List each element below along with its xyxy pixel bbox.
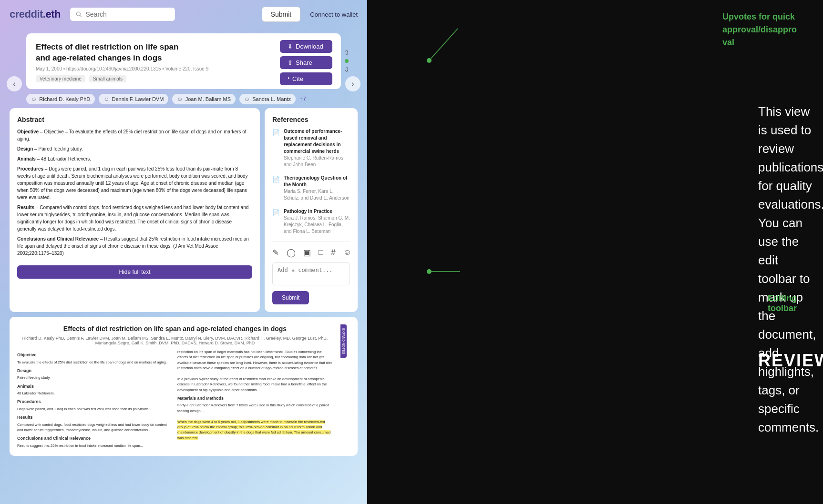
logo: creddit.eth [10,8,61,20]
paper-tag-small: Small animals [89,75,126,82]
author-chip-4[interactable]: ☺ Sandra L. Mantz [239,94,296,104]
description-text: This view is used to review publications… [758,102,813,437]
share-icon: ⇧ [288,59,293,66]
reference-icon-2: 📄 [272,175,280,202]
annotation-line-toolbar [367,0,823,504]
author-chip-3[interactable]: ☺ Joan M. Ballam MS [172,94,236,104]
right-panel: Upvotes for quick approval/disappro val … [367,0,823,504]
comment-input[interactable] [272,262,350,285]
more-authors[interactable]: +7 [299,96,306,102]
svg-line-2 [429,29,458,60]
paper-tag-vet: Veterinary medicine [36,75,85,82]
share-button[interactable]: ⇧ Share [280,56,332,69]
abstract-title: Abstract [17,116,252,123]
header: creddit.eth Submit Connect to wallet [0,0,367,29]
hide-full-text-button[interactable]: Hide full text [17,265,252,279]
annotation-upvotes: Upvotes for quick approval/disappro val [722,10,797,49]
preview-left-col: Objective To evaluate the effects of 25%… [17,349,173,448]
circle-tools-icon[interactable]: ◯ [287,248,296,258]
svg-point-5 [427,269,432,274]
abstract-results: Results – Compared with control dogs, fo… [17,204,252,232]
content-area: Abstract Objective – Objective – To eval… [10,108,358,312]
abstract-conclusions: Conclusions and Clinical Relevance – Res… [17,235,252,257]
reviewer-label: REVIEWER [758,351,813,371]
vote-arrows: ⇧ ⇩ [344,49,350,73]
person-icon[interactable]: ☺ [343,248,351,257]
references-title: References [272,116,350,123]
annotation-toolbar: Editing toolbar [768,293,797,313]
abstract-panel: Abstract Objective – Objective – To eval… [10,108,260,312]
author-icon-3: ☺ [177,96,183,102]
submit-header-button[interactable]: Submit [262,7,301,22]
reference-item-2[interactable]: 📄 Theriogenology Question of the Month M… [272,175,350,202]
reference-icon-3: 📄 [272,209,280,235]
edit-toolbar-embedded: ✎ ◯ ▣ □ # ☺ Submit [272,242,350,304]
speech-bubble-icon[interactable]: □ [319,248,323,257]
nav-prev-button[interactable]: ‹ [7,76,22,91]
nav-next-button[interactable]: › [345,76,360,91]
reference-icon-1: 📄 [272,129,280,168]
vote-dot [345,59,349,63]
abstract-objective: Objective – Objective – To evaluate the … [17,128,252,142]
authors-row: ☺ Richard D. Kealy PhD ☺ Dennis F. Lawle… [26,94,341,104]
preview-sidebar: EXPAND NOTES [337,324,350,448]
author-icon-4: ☺ [244,96,250,102]
hashtag-icon[interactable]: # [331,248,335,257]
abstract-design: Design – Paired feeding study. [17,145,252,152]
author-chip-1[interactable]: ☺ Richard D. Kealy PhD [26,94,95,104]
action-buttons: ⇓ Download ⇧ Share ❛ Cite [280,40,332,85]
preview-title: Effects of diet restriction on life span… [17,324,333,333]
reference-item-1[interactable]: 📄 Outcome of performance-based removal a… [272,128,350,168]
paper-preview: Effects of diet restriction on life span… [10,317,358,456]
vote-down-button[interactable]: ⇩ [344,66,350,73]
search-icon [76,11,82,18]
references-panel: References 📄 Outcome of performance-base… [265,108,358,312]
author-icon-1: ☺ [31,96,37,102]
connect-wallet-button[interactable]: Connect to wallet [310,11,358,18]
highlight-yellow: When the dogs were 4 to 5 years old, 3 a… [177,420,330,440]
svg-point-3 [427,58,432,63]
expand-notes-tab[interactable]: EXPAND NOTES [340,324,347,358]
cite-icon: ❛ [288,75,289,82]
pencil-icon[interactable]: ✎ [272,248,279,258]
comment-submit-button[interactable]: Submit [272,291,309,304]
paper-title: Effects of diet restriction on life span… [36,42,188,64]
vote-up-button[interactable]: ⇧ [344,49,350,56]
download-button[interactable]: ⇓ Download [280,40,332,53]
abstract-procedures: Procedures – Dogs were paired, and 1 dog… [17,165,252,201]
svg-line-1 [80,15,81,17]
preview-authors: Richard D. Kealy PhD, Dennis F. Lawler D… [17,336,333,345]
monitor-icon[interactable]: ▣ [303,248,311,258]
reference-item-3[interactable]: 📄 Pathology in Practice Sara J. Ramos, S… [272,208,350,235]
preview-right-col: restriction on life span of larger mamma… [177,349,333,448]
author-chip-2[interactable]: ☺ Dennis F. Lawler DVM [99,94,168,104]
paper-card: Effects of diet restriction on life span… [26,33,341,89]
toolbar-icons: ✎ ◯ ▣ □ # ☺ [272,248,350,258]
abstract-animals: Animals – 48 Labrador Retrievers. [17,155,252,162]
cite-button[interactable]: ❛ Cite [280,72,332,85]
left-panel: creddit.eth Submit Connect to wallet ‹ ›… [0,0,367,504]
search-bar[interactable] [70,8,175,21]
search-input[interactable] [86,10,169,18]
download-icon: ⇓ [288,43,293,50]
author-icon-2: ☺ [103,96,109,102]
preview-content: Objective To evaluate the effects of 25%… [17,349,333,448]
